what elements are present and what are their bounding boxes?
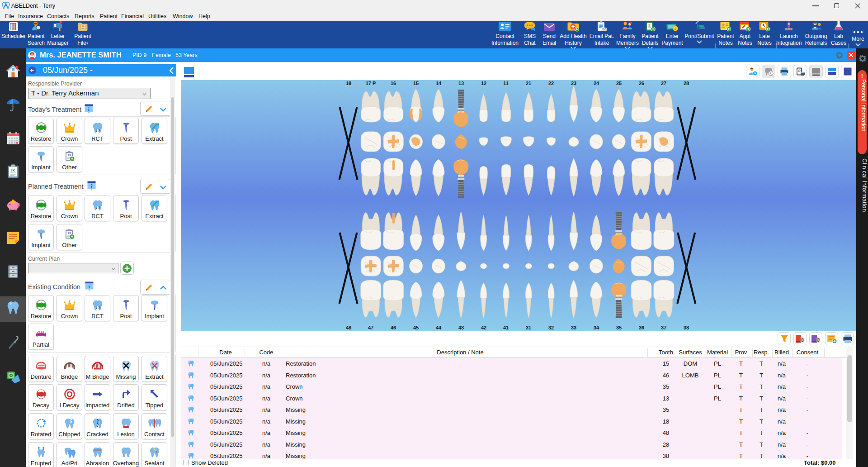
svg-text:Tx: Tx <box>67 153 71 157</box>
svg-text:Tx: Tx <box>67 231 71 234</box>
svg-text:36: 36 <box>639 325 644 330</box>
svg-text:17 P: 17 P <box>366 81 376 86</box>
svg-text:31: 31 <box>526 325 531 330</box>
svg-text:35: 35 <box>616 325 622 330</box>
svg-text:24: 24 <box>594 81 599 86</box>
svg-text:45: 45 <box>413 325 419 330</box>
svg-text:26: 26 <box>639 81 644 86</box>
svg-text:46: 46 <box>391 325 396 330</box>
svg-text:32: 32 <box>548 325 554 330</box>
svg-text:25: 25 <box>616 81 622 86</box>
svg-text:33: 33 <box>571 325 576 330</box>
svg-text:13: 13 <box>458 81 464 86</box>
svg-text:28: 28 <box>684 81 689 86</box>
svg-text:38: 38 <box>684 325 689 330</box>
svg-text:34: 34 <box>594 325 599 330</box>
svg-text:21: 21 <box>526 81 531 86</box>
svg-text:15: 15 <box>413 81 419 86</box>
svg-text:14: 14 <box>436 81 442 86</box>
svg-text:11: 11 <box>503 81 509 86</box>
svg-text:42: 42 <box>481 325 486 330</box>
svg-text:16: 16 <box>391 81 396 86</box>
svg-text:18: 18 <box>346 81 351 86</box>
svg-text:41: 41 <box>503 325 509 330</box>
svg-text:43: 43 <box>458 325 464 330</box>
svg-text:12: 12 <box>481 81 486 86</box>
svg-text:27: 27 <box>661 81 666 86</box>
svg-text:22: 22 <box>548 81 554 86</box>
svg-text:Tx: Tx <box>10 168 15 172</box>
svg-text:47: 47 <box>368 325 373 330</box>
svg-text:44: 44 <box>436 325 442 330</box>
svg-text:23: 23 <box>571 81 576 86</box>
svg-text:37: 37 <box>661 325 666 330</box>
svg-text:48: 48 <box>346 325 351 330</box>
